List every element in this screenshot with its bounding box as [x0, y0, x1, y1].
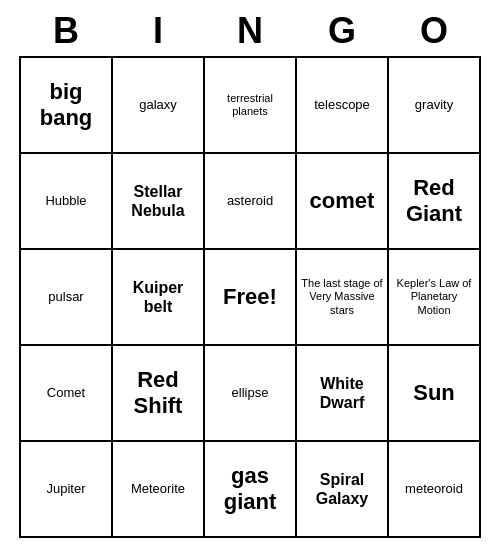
table-row: White Dwarf: [297, 346, 389, 442]
table-row: Free!: [205, 250, 297, 346]
table-row: Jupiter: [21, 442, 113, 538]
table-row: Comet: [21, 346, 113, 442]
table-row: telescope: [297, 58, 389, 154]
bingo-header: B I N G O: [20, 10, 480, 52]
table-row: Sun: [389, 346, 481, 442]
table-row: asteroid: [205, 154, 297, 250]
bingo-grid: big banggalaxyterrestrial planetstelesco…: [19, 56, 481, 538]
table-row: gravity: [389, 58, 481, 154]
table-row: terrestrial planets: [205, 58, 297, 154]
letter-b: B: [20, 10, 112, 52]
table-row: Meteorite: [113, 442, 205, 538]
table-row: Stellar Nebula: [113, 154, 205, 250]
table-row: Kepler's Law of Planetary Motion: [389, 250, 481, 346]
letter-g: G: [296, 10, 388, 52]
table-row: Hubble: [21, 154, 113, 250]
table-row: comet: [297, 154, 389, 250]
table-row: meteoroid: [389, 442, 481, 538]
table-row: big bang: [21, 58, 113, 154]
table-row: pulsar: [21, 250, 113, 346]
table-row: galaxy: [113, 58, 205, 154]
table-row: Spiral Galaxy: [297, 442, 389, 538]
table-row: The last stage of Very Massive stars: [297, 250, 389, 346]
table-row: Red Giant: [389, 154, 481, 250]
letter-i: I: [112, 10, 204, 52]
table-row: ellipse: [205, 346, 297, 442]
letter-n: N: [204, 10, 296, 52]
letter-o: O: [388, 10, 480, 52]
table-row: Red Shift: [113, 346, 205, 442]
table-row: gas giant: [205, 442, 297, 538]
table-row: Kuiper belt: [113, 250, 205, 346]
